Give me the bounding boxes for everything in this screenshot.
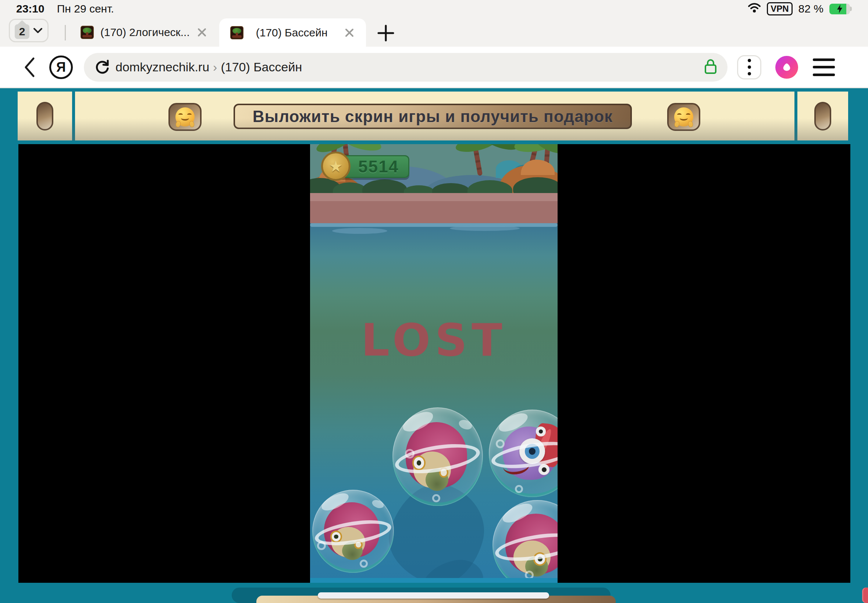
coin-star-icon: ★ (321, 152, 351, 181)
edge-panel-button[interactable] (862, 588, 868, 603)
battery-percent: 82 % (798, 3, 823, 15)
status-time: 23:10 (16, 3, 45, 15)
new-tab-button[interactable] (376, 23, 396, 43)
tab-logic-games[interactable]: (170) 2логическ... (73, 18, 215, 47)
tab-count-shield: 2 (15, 24, 29, 39)
bubble-fish-pink (393, 407, 483, 506)
alice-triangle-icon (780, 61, 793, 74)
wood-capsule-button-left[interactable] (36, 102, 53, 130)
score-badge: 5514 ★ (321, 155, 409, 178)
hug-emoji-button-left[interactable] (169, 103, 201, 131)
address-bar: Я domkyznechik.ru›(170) Бассейн (0, 47, 868, 88)
scrollbar-handle[interactable] (318, 592, 549, 598)
game-bottom-strip (310, 578, 558, 583)
wood-capsule-button-right[interactable] (814, 102, 831, 130)
tab-bar: 2 (170) 2логическ... (170) Бассейн (0, 18, 868, 47)
tab-separator (65, 25, 66, 40)
banner-main-panel: Выложить скрин игры и получить подарок (75, 91, 794, 141)
back-chevron-icon (23, 57, 35, 77)
close-tab-icon[interactable] (344, 27, 355, 38)
share-screenshot-button[interactable]: Выложить скрин игры и получить подарок (234, 104, 632, 129)
vpn-badge: VPN (767, 2, 792, 15)
status-date: Пн 29 сент. (57, 3, 114, 15)
site-favicon (80, 26, 94, 39)
battery-nub (850, 7, 852, 11)
hamburger-menu-button[interactable] (813, 59, 835, 76)
hug-emoji-button-right[interactable] (667, 103, 700, 131)
url-field[interactable]: domkyznechik.ru›(170) Бассейн (84, 53, 727, 82)
status-bar: 23:10 Пн 29 сент. VPN 82 % (0, 0, 868, 18)
browser-screen: 23:10 Пн 29 сент. VPN 82 % (0, 0, 868, 603)
battery-icon (829, 4, 850, 14)
site-favicon (230, 26, 243, 39)
game-waterline (310, 223, 558, 227)
hugging-face-emoji-icon (674, 107, 693, 127)
game-shore (310, 193, 558, 223)
alice-assistant-button[interactable] (775, 56, 798, 79)
chevron-down-icon (33, 27, 43, 34)
url-text: domkyznechik.ru›(170) Бассейн (116, 60, 302, 74)
url-separator: › (209, 60, 221, 74)
banner-divider (72, 91, 75, 141)
close-tab-icon[interactable] (196, 27, 207, 38)
tab-pool-active[interactable]: (170) Бассейн (219, 19, 366, 47)
tab-counter-button[interactable]: 2 (9, 19, 48, 42)
back-button[interactable] (21, 56, 37, 78)
tab-title: (170) Бассейн (250, 26, 337, 39)
browser-menu-button[interactable] (737, 55, 761, 79)
wifi-icon (748, 2, 761, 16)
reload-icon[interactable] (94, 59, 110, 76)
bubble-fish-pink (312, 490, 394, 573)
page-content: Выложить скрин игры и получить подарок (0, 88, 868, 603)
hamburger-icon (813, 59, 835, 61)
url-page-title: (170) Бассейн (221, 60, 302, 74)
banner-divider (794, 91, 797, 141)
plus-icon (377, 24, 395, 42)
lock-icon[interactable] (704, 59, 717, 76)
hugging-face-emoji-icon (175, 107, 195, 127)
game-viewport[interactable]: 5514 ★ LOST (310, 144, 558, 583)
banner-right-panel (797, 91, 848, 141)
promo-banner: Выложить скрин игры и получить подарок (18, 91, 848, 141)
tab-title: (170) 2логическ... (101, 26, 190, 39)
share-screenshot-label: Выложить скрин игры и получить подарок (253, 107, 613, 126)
lost-status-text: LOST (310, 314, 558, 366)
url-domain: domkyznechik.ru (116, 60, 209, 74)
yandex-logo-button[interactable]: Я (49, 56, 73, 79)
banner-left-panel (18, 91, 72, 141)
